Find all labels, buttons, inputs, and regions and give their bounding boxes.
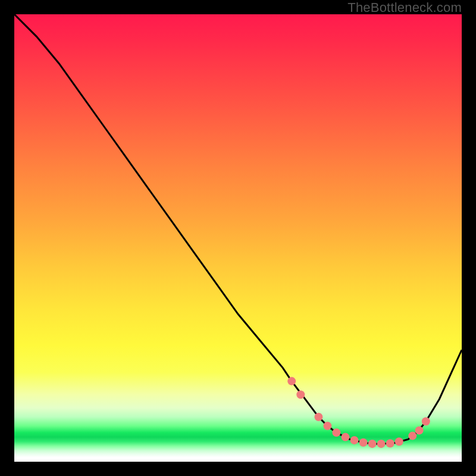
highlight-dot (415, 426, 424, 434)
highlight-dot (368, 440, 377, 448)
highlight-dot (377, 440, 386, 448)
highlight-dot (395, 437, 403, 446)
highlight-dot (386, 439, 394, 447)
plot-area (12, 12, 464, 464)
highlight-dot (296, 390, 305, 399)
watermark-text: TheBottleneck.com (347, 0, 462, 15)
highlight-dot (408, 431, 416, 440)
highlight-dot (422, 417, 430, 425)
highlight-dots-group (287, 377, 430, 448)
highlight-dot (287, 377, 296, 386)
highlight-dot (314, 413, 322, 421)
bottleneck-curve-path (14, 14, 462, 444)
highlight-dot (323, 422, 331, 430)
highlight-dot (350, 436, 359, 444)
chart-frame: TheBottleneck.com (0, 0, 476, 476)
bottleneck-curve-svg (14, 14, 462, 462)
highlight-dot (359, 439, 368, 447)
highlight-dot (342, 433, 350, 441)
highlight-dot (332, 428, 340, 437)
